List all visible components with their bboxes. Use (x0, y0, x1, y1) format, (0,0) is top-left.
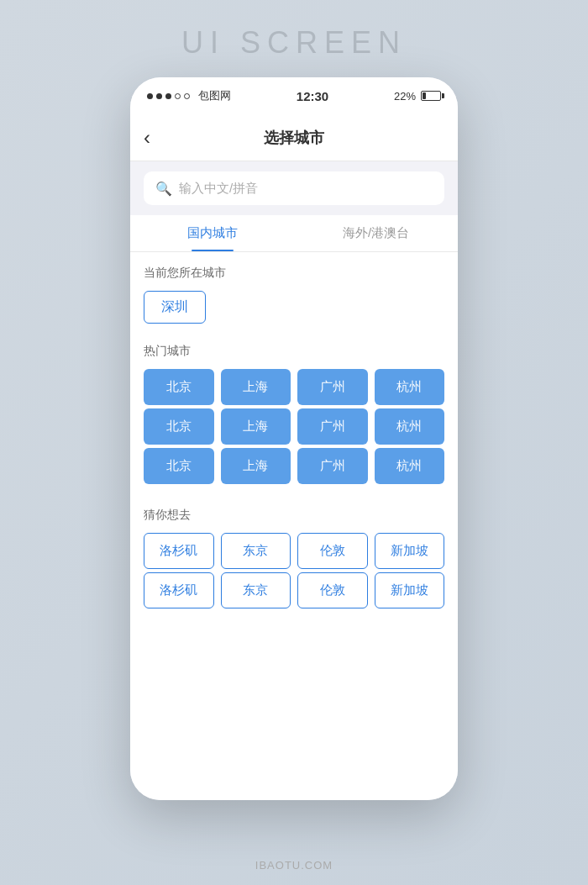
page-title: UI SCREEN (181, 25, 407, 61)
bottom-label: IBAOTU.COM (255, 859, 333, 872)
hot-cities-label: 热门城市 (144, 344, 444, 359)
hot-cities-row-2: 北京 上海 广州 杭州 (144, 408, 444, 445)
guess-city-btn[interactable]: 东京 (221, 572, 291, 608)
search-icon: 🔍 (155, 181, 172, 197)
hot-city-btn[interactable]: 上海 (221, 448, 291, 484)
battery-fill (423, 92, 426, 99)
guess-cities-row-1: 洛杉矶 东京 伦敦 新加坡 (144, 533, 444, 569)
nav-bar: ‹ 选择城市 (130, 114, 458, 161)
current-city-button[interactable]: 深圳 (144, 291, 206, 324)
status-right: 22% (394, 90, 441, 103)
hot-city-btn[interactable]: 广州 (297, 408, 368, 445)
hot-city-btn[interactable]: 北京 (144, 408, 214, 445)
signal-dot-2 (156, 93, 162, 99)
current-city-label: 当前您所在城市 (144, 266, 444, 281)
guess-city-btn[interactable]: 伦敦 (297, 533, 368, 569)
guess-city-btn[interactable]: 新加坡 (375, 572, 445, 608)
hot-city-btn[interactable]: 杭州 (375, 369, 445, 405)
status-left: 包图网 (147, 88, 231, 103)
tabs: 国内城市 海外/港澳台 (130, 215, 458, 252)
content-area: 🔍 输入中文/拼音 国内城市 海外/港澳台 当前您所在城市 深圳 热门城市 北京… (130, 161, 458, 800)
hot-cities-section: 热门城市 北京 上海 广州 杭州 北京 上海 广州 杭州 北京 上海 广州 杭州 (130, 330, 458, 494)
phone-frame: 包图网 12:30 22% ‹ 选择城市 🔍 输入中文/拼音 国内城市 海外/港… (130, 77, 458, 800)
signal-dot-3 (165, 93, 171, 99)
signal-dot-1 (147, 93, 153, 99)
search-wrap: 🔍 输入中文/拼音 (130, 161, 458, 215)
tab-domestic[interactable]: 国内城市 (130, 215, 294, 251)
hot-city-btn[interactable]: 北京 (144, 448, 214, 484)
hot-city-btn[interactable]: 上海 (221, 369, 291, 405)
guess-cities-row-2: 洛杉矶 东京 伦敦 新加坡 (144, 572, 444, 608)
hot-city-btn[interactable]: 杭州 (375, 448, 445, 484)
nav-title: 选择城市 (264, 128, 324, 148)
battery-icon (421, 91, 441, 101)
guess-cities-section: 猜你想去 洛杉矶 东京 伦敦 新加坡 洛杉矶 东京 伦敦 新加坡 (130, 494, 458, 619)
hot-cities-row-1: 北京 上海 广州 杭州 (144, 369, 444, 405)
guess-city-btn[interactable]: 洛杉矶 (144, 533, 214, 569)
guess-cities-label: 猜你想去 (144, 508, 444, 523)
guess-city-btn[interactable]: 新加坡 (375, 533, 445, 569)
hot-city-btn[interactable]: 上海 (221, 408, 291, 445)
guess-city-btn[interactable]: 伦敦 (297, 572, 368, 608)
status-bar: 包图网 12:30 22% (130, 77, 458, 114)
guess-city-btn[interactable]: 洛杉矶 (144, 572, 214, 608)
search-box[interactable]: 🔍 输入中文/拼音 (144, 171, 444, 205)
signal-dot-5 (184, 93, 190, 99)
battery-percent: 22% (394, 90, 416, 103)
hot-cities-row-3: 北京 上海 广州 杭州 (144, 448, 444, 484)
hot-city-btn[interactable]: 北京 (144, 369, 214, 405)
signal-dot-4 (175, 93, 181, 99)
status-time: 12:30 (297, 89, 328, 103)
carrier-label: 包图网 (198, 88, 231, 103)
current-city-section: 当前您所在城市 深圳 (130, 252, 458, 330)
hot-city-btn[interactable]: 广州 (297, 448, 368, 484)
hot-city-btn[interactable]: 杭州 (375, 408, 445, 445)
search-placeholder: 输入中文/拼音 (179, 181, 258, 197)
back-button[interactable]: ‹ (144, 126, 150, 150)
tab-overseas[interactable]: 海外/港澳台 (294, 215, 458, 251)
guess-city-btn[interactable]: 东京 (221, 533, 291, 569)
hot-city-btn[interactable]: 广州 (297, 369, 368, 405)
